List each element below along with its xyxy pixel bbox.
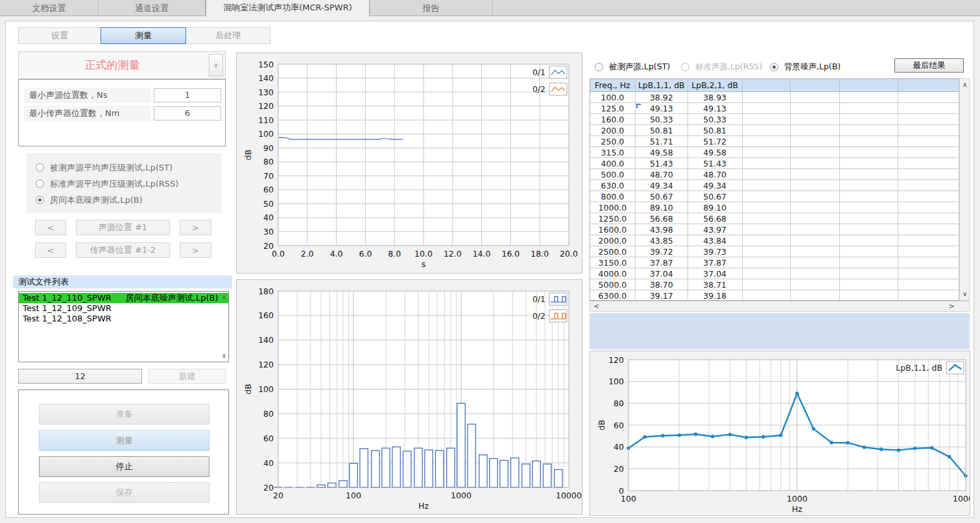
result-radio-2-label: 标准声源,Lp(RSS) bbox=[695, 62, 762, 73]
mic-position-prev-button[interactable]: < bbox=[35, 242, 66, 258]
table-cell bbox=[743, 268, 791, 279]
table-cell: 37.04 bbox=[688, 268, 743, 279]
table-row-14[interactable]: 2000.043.8543.84 bbox=[590, 235, 959, 246]
legend-0/1: 0/1 bbox=[532, 294, 545, 304]
source-position-row: <声源位置 #1> bbox=[35, 220, 211, 235]
table-horizontal-scrollbar[interactable]: < > bbox=[590, 301, 970, 312]
table-cell bbox=[898, 125, 959, 135]
svg-text:160: 160 bbox=[258, 310, 274, 320]
list-scroll-up-icon[interactable]: ∧ bbox=[222, 294, 226, 301]
table-cell bbox=[743, 279, 791, 290]
result-radio-2[interactable]: 标准声源,Lp(RSS) bbox=[681, 59, 762, 75]
save-button[interactable]: 保存 bbox=[39, 482, 209, 503]
source-position-prev-button[interactable]: < bbox=[35, 220, 66, 235]
table-cell: 43.97 bbox=[688, 224, 743, 235]
test-type-radio-3[interactable]: 房间本底噪声测试,Lp(B) bbox=[36, 192, 221, 208]
table-row-12[interactable]: 1250.056.6856.68 bbox=[590, 213, 959, 224]
param-input-2[interactable]: 6 bbox=[154, 106, 221, 121]
result-radio-2-radio-icon[interactable] bbox=[681, 63, 689, 71]
table-cell bbox=[743, 158, 791, 169]
table-cell: 38.71 bbox=[688, 279, 743, 290]
source-position-next-button[interactable]: > bbox=[180, 220, 211, 235]
table-row-11[interactable]: 1000.089.1089.10 bbox=[590, 202, 959, 213]
result-radio-3[interactable]: 背景噪声,Lp(B) bbox=[770, 59, 841, 75]
file-item-3[interactable]: Test 1_12_108_SPWR bbox=[19, 314, 228, 324]
table-row-13[interactable]: 1600.043.9843.97 bbox=[590, 224, 959, 235]
result-radio-3-radio-icon[interactable] bbox=[770, 63, 778, 71]
prepare-button[interactable]: 准备 bbox=[39, 404, 209, 424]
mic-position-next-button[interactable]: > bbox=[180, 242, 211, 258]
mic-position-button[interactable]: 传声器位置 #1-2 bbox=[76, 242, 170, 258]
table-cell bbox=[791, 136, 840, 146]
test-type-radio-1-label: 被测声源平均声压级测试,Lp(ST) bbox=[50, 162, 173, 174]
table-cell: 500.0 bbox=[590, 169, 636, 180]
svg-text:100: 100 bbox=[258, 384, 274, 394]
table-row-3[interactable]: 160.050.3350.33 bbox=[590, 114, 959, 125]
scroll-left-icon[interactable]: < bbox=[593, 303, 599, 310]
count-button[interactable]: 12 bbox=[18, 369, 142, 384]
table-row-15[interactable]: 2500.039.7239.73 bbox=[590, 246, 959, 257]
new-button[interactable]: 新建 bbox=[149, 369, 226, 384]
test-type-radio-1[interactable]: 被测声源平均声压级测试,Lp(ST) bbox=[36, 159, 221, 176]
svg-text:120: 120 bbox=[258, 101, 274, 111]
table-cell: 50.33 bbox=[636, 114, 688, 124]
result-radio-1-radio-icon[interactable] bbox=[595, 63, 603, 71]
table-cell bbox=[743, 257, 791, 268]
table-cell: 56.68 bbox=[688, 213, 743, 224]
table-row-18[interactable]: 5000.038.7038.71 bbox=[590, 279, 959, 290]
table-cell bbox=[840, 279, 898, 290]
table-header-row: Freq., HzLpB,1,1, dBLpB,2,1, dB bbox=[590, 79, 959, 92]
table-row-9[interactable]: 630.049.3449.34 bbox=[590, 180, 959, 191]
svg-text:60: 60 bbox=[263, 434, 274, 443]
tab-3[interactable]: 混响室法测试声功率(MCR-SPWR) bbox=[206, 0, 370, 16]
subtab-1[interactable]: 设置 bbox=[18, 27, 101, 44]
test-type-radio-2-radio-icon[interactable] bbox=[36, 180, 44, 188]
chevron-down-icon[interactable]: ∨ bbox=[209, 54, 223, 76]
table-cell: 51.43 bbox=[688, 158, 743, 169]
param-input-1[interactable]: 1 bbox=[154, 88, 221, 102]
test-type-radio-2[interactable]: 标准声源平均声压级测试,Lp(RSS) bbox=[36, 176, 221, 192]
table-row-4[interactable]: 200.050.8150.81 bbox=[590, 125, 959, 136]
table-cell bbox=[743, 125, 791, 135]
last-result-button[interactable]: 最后结果 bbox=[894, 58, 964, 73]
table-cell bbox=[791, 180, 840, 191]
svg-text:100: 100 bbox=[258, 129, 274, 139]
table-row-17[interactable]: 4000.037.0437.04 bbox=[590, 268, 959, 279]
scroll-right-icon[interactable]: > bbox=[949, 303, 955, 310]
test-type-radio-1-radio-icon[interactable] bbox=[36, 163, 44, 172]
list-scroll-down-icon[interactable]: ∨ bbox=[222, 353, 226, 359]
test-type-radio-2-label: 标准声源平均声压级测试,Lp(RSS) bbox=[50, 178, 178, 190]
measure-button[interactable]: 测量 bbox=[39, 430, 209, 451]
source-position-button[interactable]: 声源位置 #1 bbox=[76, 220, 170, 235]
subtab-3[interactable]: 后处理 bbox=[185, 27, 270, 44]
file-item-1[interactable]: Test 1_12_110_SPWR房间本底噪声测试,Lp(B) bbox=[19, 293, 228, 303]
scroll-up-icon[interactable]: ∧ bbox=[962, 82, 967, 88]
table-cell: 51.71 bbox=[636, 136, 688, 146]
stop-button[interactable]: 停止 bbox=[39, 456, 209, 477]
file-item-2[interactable]: Test 1_12_109_SPWR bbox=[19, 303, 228, 314]
test-type-radio-3-radio-icon[interactable] bbox=[36, 196, 44, 204]
table-vertical-scrollbar[interactable]: ∧ ∨ bbox=[959, 78, 970, 301]
tab-4[interactable]: 报告 bbox=[370, 0, 493, 16]
table-row-1[interactable]: 100.038.9238.93 bbox=[590, 92, 959, 103]
table-row-6[interactable]: 315.049.5849.58 bbox=[590, 147, 959, 158]
table-row-10[interactable]: 800.050.6750.67 bbox=[590, 191, 959, 202]
tab-2[interactable]: 通道设置 bbox=[99, 0, 206, 16]
svg-text:70: 70 bbox=[263, 171, 274, 181]
tab-1[interactable]: 文档设置 bbox=[0, 0, 99, 16]
measurement-mode-dropdown[interactable]: 正式的测量 ∨ bbox=[18, 51, 226, 79]
frequency-table: Freq., HzLpB,1,1, dBLpB,2,1, dB100.038.9… bbox=[590, 78, 959, 301]
scroll-down-icon[interactable]: ∨ bbox=[962, 291, 967, 297]
table-row-2[interactable]: 125.049.1349.13 bbox=[590, 103, 959, 114]
table-row-8[interactable]: 500.048.7048.70 bbox=[590, 169, 959, 180]
test-file-list[interactable]: Test 1_12_110_SPWR房间本底噪声测试,Lp(B)Test 1_1… bbox=[18, 291, 229, 362]
result-radio-1[interactable]: 被测声源,Lp(ST) bbox=[595, 59, 670, 75]
table-row-16[interactable]: 3150.037.8737.87 bbox=[590, 257, 959, 268]
svg-text:140: 140 bbox=[258, 73, 274, 83]
table-row-19[interactable]: 6300.039.1739.18 bbox=[590, 290, 959, 301]
table-cell bbox=[791, 92, 840, 102]
table-cell: 49.58 bbox=[688, 147, 743, 157]
subtab-2[interactable]: 测量 bbox=[101, 27, 186, 44]
table-row-7[interactable]: 400.051.4351.43 bbox=[590, 158, 959, 169]
table-row-5[interactable]: 250.051.7151.72 bbox=[590, 136, 959, 147]
